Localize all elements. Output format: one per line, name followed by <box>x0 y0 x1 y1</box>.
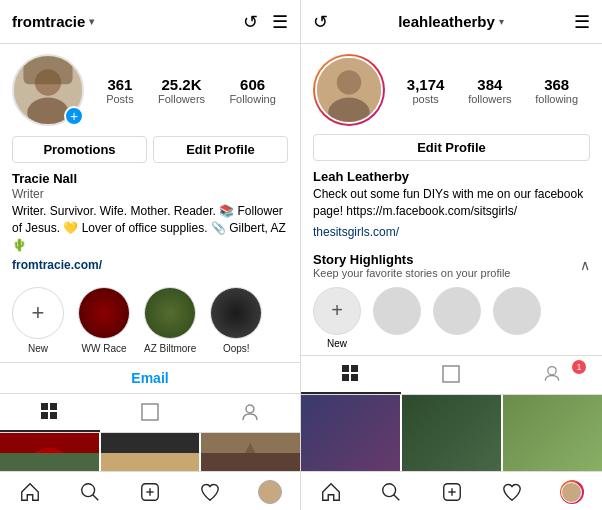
tab-grid[interactable] <box>0 394 100 432</box>
right-edit-profile-button[interactable]: Edit Profile <box>313 134 590 161</box>
right-story-circle-2 <box>433 287 481 335</box>
svg-rect-5 <box>50 403 57 410</box>
right-photo-2[interactable] <box>402 395 501 471</box>
story-new[interactable]: + New <box>12 287 64 354</box>
story-az[interactable]: AZ Biltmore <box>144 287 196 354</box>
right-tab-grid[interactable] <box>301 356 401 394</box>
right-photo-grid <box>301 395 602 471</box>
right-avatar-wrap <box>313 54 385 126</box>
right-tab-person[interactable]: 1 <box>502 356 602 394</box>
right-username-text: leahleatherby <box>398 13 495 30</box>
nav-heart[interactable] <box>180 480 240 504</box>
square-icon <box>140 402 160 422</box>
left-profile-top: + 361 Posts 25.2K Followers 606 Followin… <box>12 54 288 126</box>
right-story-new-circle: + <box>313 287 361 335</box>
right-menu-icon[interactable]: ☰ <box>574 11 590 33</box>
right-story-2[interactable] <box>433 287 481 349</box>
right-highlights-header: Story Highlights Keep your favorite stor… <box>301 246 602 281</box>
story-new-circle: + <box>12 287 64 339</box>
nav-search[interactable] <box>60 480 120 504</box>
left-posts-stat: 361 Posts <box>106 76 134 105</box>
left-header: fromtracie ▾ ↺ ☰ <box>0 0 300 44</box>
svg-rect-27 <box>342 365 349 372</box>
right-profile-name: Leah Leatherby <box>313 169 590 184</box>
right-username-chevron: ▾ <box>499 16 504 27</box>
svg-point-9 <box>246 405 254 413</box>
highlights-text: Story Highlights Keep your favorite stor… <box>313 252 511 279</box>
right-profile-bio: Check out some fun DIYs with me on our f… <box>313 186 590 220</box>
right-avatar <box>315 56 383 124</box>
right-history-icon[interactable]: ↺ <box>313 11 328 33</box>
svg-line-34 <box>394 495 400 501</box>
right-following-stat: 368 following <box>535 76 578 105</box>
right-tab-bar: 1 <box>301 356 602 395</box>
person-icon <box>240 402 260 422</box>
left-story-row: + New WW Race AZ Biltmore Oops! <box>0 279 300 363</box>
right-add-icon <box>441 481 463 503</box>
svg-rect-17 <box>101 453 200 471</box>
right-username-wrap[interactable]: leahleatherby ▾ <box>398 13 504 30</box>
menu-icon[interactable]: ☰ <box>272 11 288 33</box>
tab-person[interactable] <box>200 394 300 432</box>
left-tab-bar <box>0 394 300 433</box>
nav-add[interactable] <box>120 480 180 504</box>
add-story-button[interactable]: + <box>64 106 84 126</box>
svg-rect-31 <box>443 366 459 382</box>
right-story-circle-3 <box>493 287 541 335</box>
email-button[interactable]: Email <box>131 370 168 386</box>
right-profile-top: 3,174 posts 384 followers 368 following <box>313 54 590 126</box>
svg-rect-6 <box>41 412 48 419</box>
history-icon[interactable]: ↺ <box>243 11 258 33</box>
svg-point-32 <box>548 366 556 374</box>
right-profile-link[interactable]: thesitsgirls.com/ <box>313 225 399 239</box>
add-icon <box>139 481 161 503</box>
right-nav-profile[interactable] <box>542 480 602 504</box>
left-panel: fromtracie ▾ ↺ ☰ + <box>0 0 301 510</box>
photo-6[interactable] <box>201 453 300 471</box>
right-photo-3[interactable] <box>503 395 602 471</box>
right-story-row: + New <box>301 281 602 356</box>
right-nav-search[interactable] <box>361 480 421 504</box>
right-tab-square[interactable] <box>401 356 501 394</box>
right-story-3[interactable] <box>493 287 541 349</box>
right-story-1[interactable] <box>373 287 421 349</box>
highlights-chevron[interactable]: ∧ <box>580 257 590 273</box>
promotions-button[interactable]: Promotions <box>12 136 147 163</box>
left-header-icons: ↺ ☰ <box>243 11 288 33</box>
left-photo-grid <box>0 433 300 471</box>
story-oo[interactable]: Oops! <box>210 287 262 354</box>
left-profile-name: Tracie Nall <box>12 171 288 186</box>
right-nav-home[interactable] <box>301 480 361 504</box>
username-text: fromtracie <box>12 13 85 30</box>
svg-rect-7 <box>50 412 57 419</box>
notification-badge: 1 <box>572 360 586 374</box>
tab-square[interactable] <box>100 394 200 432</box>
left-stats: 361 Posts 25.2K Followers 606 Following <box>94 76 288 105</box>
svg-point-33 <box>383 484 396 497</box>
svg-rect-16 <box>0 453 99 471</box>
right-profile-avatar-nav <box>560 480 584 504</box>
svg-rect-18 <box>201 453 300 471</box>
right-story-new[interactable]: + New <box>313 287 361 349</box>
story-ww-circle <box>78 287 130 339</box>
story-ww[interactable]: WW Race <box>78 287 130 354</box>
right-story-circle-1 <box>373 287 421 335</box>
nav-home[interactable] <box>0 480 60 504</box>
photo-5[interactable] <box>101 453 200 471</box>
right-bottom-nav <box>301 471 602 510</box>
right-photo-1[interactable] <box>301 395 400 471</box>
right-followers-stat: 384 followers <box>468 76 511 105</box>
edit-profile-button[interactable]: Edit Profile <box>153 136 288 163</box>
left-username[interactable]: fromtracie ▾ <box>12 13 94 30</box>
left-bottom-nav <box>0 471 300 510</box>
nav-profile[interactable] <box>240 480 300 504</box>
right-nav-heart[interactable] <box>482 480 542 504</box>
svg-rect-4 <box>41 403 48 410</box>
left-profile-link[interactable]: fromtracie.com/ <box>12 258 102 272</box>
photo-4[interactable] <box>0 453 99 471</box>
right-nav-add[interactable] <box>421 480 481 504</box>
story-az-circle <box>144 287 196 339</box>
search-icon <box>79 481 101 503</box>
home-icon <box>19 481 41 503</box>
right-person-icon <box>542 364 562 384</box>
